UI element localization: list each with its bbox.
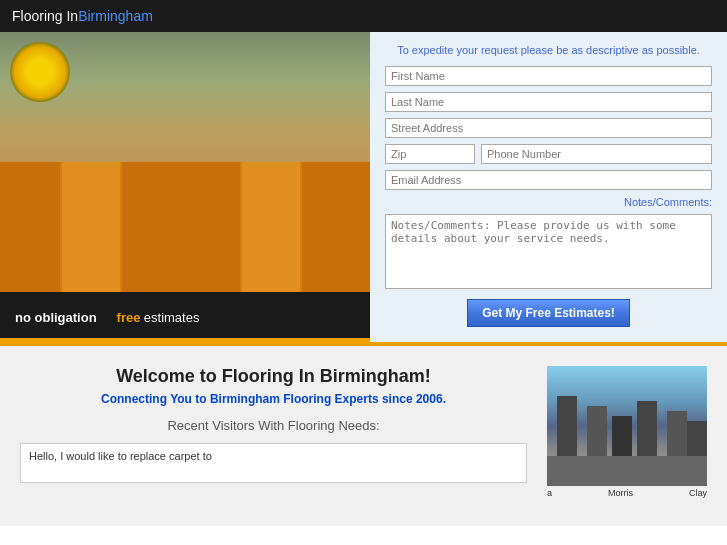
- lower-section: Welcome to Flooring In Birmingham! Conne…: [0, 346, 727, 526]
- city-label-left: a: [547, 488, 552, 498]
- email-input[interactable]: [385, 170, 712, 190]
- hero-bottom-bar: no obligation free estimates: [0, 292, 370, 342]
- city-labels: a Morris Clay: [547, 488, 707, 498]
- lower-subtitle: Connecting You to Birmingham Flooring Ex…: [20, 392, 527, 406]
- comment-preview: Hello, I would like to replace carpet to: [20, 443, 527, 483]
- first-name-input[interactable]: [385, 66, 712, 86]
- notes-textarea[interactable]: [385, 214, 712, 289]
- city-image: [547, 366, 707, 486]
- hero-image-panel: no obligation free estimates: [0, 32, 370, 342]
- no-obligation-label: no obligation: [15, 310, 97, 325]
- welcome-heading: Welcome to Flooring In Birmingham!: [20, 366, 527, 387]
- flowers-decoration: [10, 42, 70, 102]
- street-address-input[interactable]: [385, 118, 712, 138]
- free-label: free: [117, 310, 141, 325]
- header-title-plain: Flooring In: [12, 8, 78, 24]
- form-hint: To expedite your request please be as de…: [385, 44, 712, 56]
- city-label-right: Clay: [689, 488, 707, 498]
- hero-section: no obligation free estimates To expedite…: [0, 32, 727, 342]
- recent-visitors-label: Recent Visitors With Flooring Needs:: [20, 418, 527, 433]
- submit-button[interactable]: Get My Free Estimates!: [467, 299, 630, 327]
- last-name-input[interactable]: [385, 92, 712, 112]
- zip-input[interactable]: [385, 144, 475, 164]
- header-title-blue: Birmingham: [78, 8, 153, 24]
- page-header: Flooring In Birmingham: [0, 0, 727, 32]
- room-background: [0, 32, 370, 292]
- estimates-label: estimates: [144, 310, 200, 325]
- notes-label: Notes/Comments:: [385, 196, 712, 208]
- orange-accent-bar: [0, 338, 370, 342]
- lower-left-panel: Welcome to Flooring In Birmingham! Conne…: [20, 366, 527, 506]
- zip-phone-row: [385, 144, 712, 164]
- phone-input[interactable]: [481, 144, 712, 164]
- contact-form-panel: To expedite your request please be as de…: [370, 32, 727, 342]
- lower-right-panel: a Morris Clay: [547, 366, 707, 506]
- city-label-middle: Morris: [608, 488, 633, 498]
